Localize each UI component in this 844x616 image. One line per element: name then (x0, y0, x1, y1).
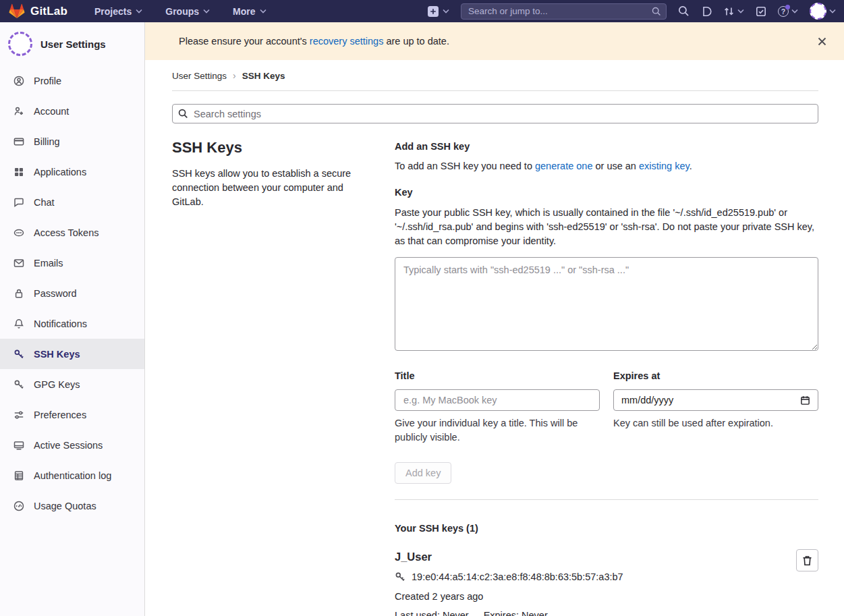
nav-more[interactable]: More (233, 6, 266, 17)
trash-icon (802, 555, 812, 566)
lock-icon (13, 288, 24, 299)
sidebar-item-profile[interactable]: Profile (0, 65, 144, 96)
generate-one-link[interactable]: generate one (535, 161, 592, 171)
sidebar-item-label: Usage Quotas (34, 501, 96, 511)
plus-icon (428, 6, 439, 17)
search-button[interactable] (678, 5, 690, 17)
expires-date-input[interactable]: mm/dd/yyyy (613, 389, 818, 411)
title-field-help: Give your individual key a title. This w… (395, 416, 600, 445)
merge-requests-button[interactable] (723, 6, 744, 17)
title-field-label: Title (395, 370, 600, 381)
main-content: Please ensure your account's recovery se… (145, 22, 844, 616)
sidebar-item-label: Profile (34, 76, 61, 86)
chevron-down-icon (203, 9, 210, 13)
add-ssh-key-heading: Add an SSH key (395, 141, 818, 152)
nav-projects-label: Projects (94, 6, 132, 17)
new-menu-button[interactable] (428, 6, 449, 17)
sidebar-item-label: Notifications (34, 318, 87, 329)
intro-text-after: . (690, 161, 692, 171)
global-search (461, 3, 667, 20)
todos-button[interactable] (756, 6, 766, 17)
breadcrumb-current: SSH Keys (242, 71, 285, 81)
ssh-key-usage-row: Last used: Never Expires: Never (395, 610, 778, 616)
bell-icon (13, 318, 24, 329)
account-icon (13, 106, 24, 117)
sidebar-item-label: Password (34, 288, 77, 299)
chat-bubble-icon (13, 197, 24, 208)
sidebar-item-emails[interactable]: Emails (0, 248, 144, 278)
ssh-keys-form-panel: Add an SSH key To add an SSH key you nee… (395, 139, 818, 616)
brand-name: GitLab (30, 5, 67, 18)
sidebar-item-gpg-keys[interactable]: GPG Keys (0, 369, 144, 399)
sidebar-item-notifications[interactable]: Notifications (0, 308, 144, 339)
sliders-icon (13, 410, 24, 420)
date-placeholder: mm/dd/yyyy (621, 395, 673, 405)
help-menu-button[interactable]: ? (778, 6, 798, 17)
nav-groups-label: Groups (165, 6, 199, 17)
sidebar-item-authentication-log[interactable]: Authentication log (0, 460, 144, 491)
title-input[interactable] (395, 389, 600, 411)
ssh-key-textarea[interactable] (395, 257, 818, 351)
banner-text: Please ensure your account's recovery se… (179, 36, 449, 47)
breadcrumb-user-settings[interactable]: User Settings (172, 71, 227, 81)
sidebar-item-label: Account (34, 106, 69, 117)
banner-dismiss-button[interactable] (815, 34, 829, 49)
expires-field-group: Expires at mm/dd/yyyy Key can still be u… (613, 370, 818, 445)
chevron-down-icon (737, 9, 744, 13)
existing-key-link[interactable]: existing key (639, 161, 690, 171)
sidebar-item-applications[interactable]: Applications (0, 157, 144, 187)
settings-search-input[interactable] (172, 104, 818, 123)
search-icon (178, 109, 188, 119)
chevron-down-icon (791, 9, 798, 13)
sidebar-item-account[interactable]: Account (0, 96, 144, 126)
ssh-key-fingerprint-row: 19:e0:44:a5:14:c2:3a:e8:f8:48:8b:63:5b:5… (395, 571, 778, 582)
search-icon (678, 5, 690, 17)
top-navbar: GitLab Projects Groups More (0, 0, 844, 22)
sidebar-item-preferences[interactable]: Preferences (0, 399, 144, 430)
sidebar-item-password[interactable]: Password (0, 278, 144, 308)
key-icon (395, 571, 405, 582)
sidebar-item-label: Authentication log (34, 470, 111, 481)
title-field-group: Title Give your individual key a title. … (395, 370, 600, 445)
navbar-right: ? (428, 3, 836, 20)
sidebar-item-chat[interactable]: Chat (0, 187, 144, 217)
issues-button[interactable] (701, 6, 712, 17)
banner-text-before: Please ensure your account's (179, 36, 310, 47)
sidebar-item-ssh-keys[interactable]: SSH Keys (0, 339, 144, 369)
sidebar-item-label: Preferences (34, 410, 86, 420)
sidebar-item-label: GPG Keys (34, 379, 80, 390)
ssh-keys-summary: SSH Keys SSH keys allow you to establish… (172, 139, 368, 616)
calendar-icon[interactable] (800, 395, 810, 405)
ssh-key-expires: Expires: Never (484, 610, 548, 616)
sidebar-header: User Settings (0, 22, 144, 65)
user-menu-button[interactable] (810, 3, 836, 20)
global-search-input[interactable] (461, 3, 667, 20)
your-ssh-keys-heading: Your SSH keys (1) (395, 523, 818, 534)
recovery-settings-link[interactable]: recovery settings (310, 36, 384, 47)
sidebar-item-active-sessions[interactable]: Active Sessions (0, 430, 144, 460)
sidebar-item-access-tokens[interactable]: Access Tokens (0, 217, 144, 248)
chevron-down-icon (260, 9, 266, 13)
delete-key-button[interactable] (796, 549, 818, 571)
user-settings-avatar (8, 32, 32, 56)
nav-groups[interactable]: Groups (165, 6, 210, 17)
gitlab-logo[interactable]: GitLab (9, 3, 67, 19)
todo-check-icon (756, 6, 766, 17)
expires-field-help: Key can still be used after expiration. (613, 416, 818, 430)
nav-more-label: More (233, 6, 255, 17)
close-icon (818, 37, 826, 46)
sidebar-item-billing[interactable]: Billing (0, 126, 144, 157)
nav-projects[interactable]: Projects (94, 6, 142, 17)
notification-dot (785, 5, 790, 9)
ssh-key-created: Created 2 years ago (395, 591, 778, 602)
sidebar-item-label: Active Sessions (34, 440, 103, 451)
sidebar-item-label: SSH Keys (34, 349, 80, 360)
intro-text-before: To add an SSH key you need to (395, 161, 535, 171)
navbar-menu: Projects Groups More (94, 6, 266, 17)
sidebar-item-usage-quotas[interactable]: Usage Quotas (0, 491, 144, 521)
settings-sidebar: User Settings Profile Account Billing Ap… (0, 22, 145, 616)
chevron-down-icon (443, 9, 449, 13)
add-key-button[interactable]: Add key (395, 462, 451, 484)
page-description: SSH keys allow you to establish a secure… (172, 167, 368, 209)
sidebar-item-label: Access Tokens (34, 227, 99, 238)
